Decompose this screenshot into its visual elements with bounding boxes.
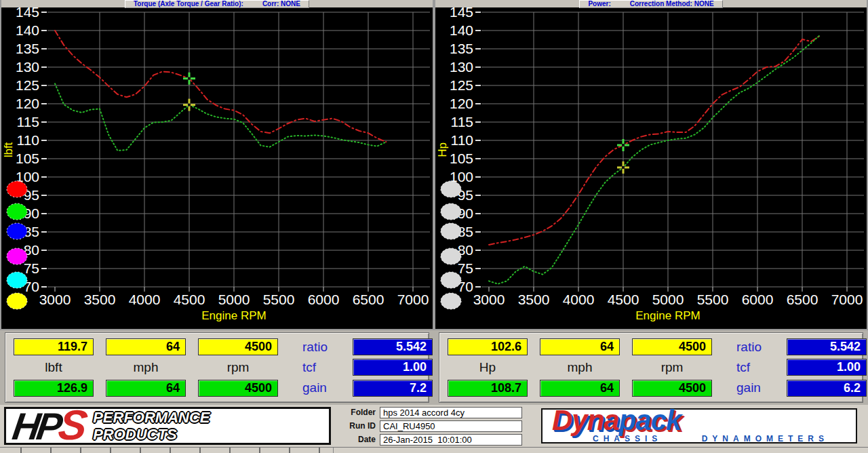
cursor-marker-green-center <box>622 144 625 146</box>
torque-chart-header: Torque (Axle Torque / Gear Ratio): Corr:… <box>1 0 433 7</box>
x-tick-label: 4000 <box>129 292 161 307</box>
run-select-button-3[interactable] <box>7 223 27 239</box>
y-tick-label: 145 <box>16 7 39 20</box>
power-chart-panel: Power: Correction Method: NONE 707580859… <box>434 0 868 330</box>
y-tick-label: 75 <box>24 260 39 276</box>
torque-data-panel: 119.7 64 4500 ratio 5.542 lbft mph rpm t… <box>5 332 429 403</box>
torque-cursor-value: 119.7 <box>14 338 94 355</box>
y-tick-label: 135 <box>450 41 473 56</box>
run-id-input[interactable] <box>380 420 522 432</box>
run-select-button-4[interactable] <box>441 248 461 264</box>
power-run-mph: 64 <box>540 380 620 397</box>
tcf-label: tcf <box>302 360 340 375</box>
x-tick-label: 6000 <box>742 292 774 307</box>
y-axis-label: Hp <box>436 142 449 157</box>
x-tick-label: 4500 <box>174 292 205 307</box>
power-cursor-rpm: 4500 <box>632 338 712 355</box>
hps-products-text: PRODUCTS <box>93 426 210 443</box>
run-select-button-3[interactable] <box>441 223 461 239</box>
y-tick-label: 120 <box>450 96 473 111</box>
power-plot[interactable]: 7075808590951001051101151201251301351401… <box>435 7 867 330</box>
y-tick-label: 120 <box>16 96 39 111</box>
power-run-value: 108.7 <box>448 380 528 397</box>
rpm-unit-label: rpm <box>198 360 278 375</box>
ratio-value: 5.542 <box>787 338 867 355</box>
power-run-rpm: 4500 <box>632 380 712 397</box>
y-tick-label: 130 <box>450 59 473 75</box>
date-label: Date <box>338 435 376 444</box>
dynapack-logo: Dynapack CHASSIS DYNAMOMETERS <box>541 408 857 444</box>
torque-cursor-rpm: 4500 <box>198 338 278 355</box>
tcf-label: tcf <box>736 360 774 375</box>
y-tick-label: 130 <box>16 59 39 75</box>
ratio-label: ratio <box>736 340 774 355</box>
y-tick-label: 105 <box>16 151 39 166</box>
ratio-label: ratio <box>302 340 340 355</box>
x-tick-label: 4000 <box>563 292 595 307</box>
y-tick-label: 125 <box>16 77 39 93</box>
torque-run-value: 126.9 <box>14 380 94 397</box>
y-tick-label: 115 <box>17 114 39 130</box>
tcf-value: 1.00 <box>353 359 433 376</box>
x-axis-label: Engine RPM <box>201 309 266 322</box>
hps-logo-letters: HPS <box>10 409 85 443</box>
dynapack-dyna-text: Dyna <box>552 404 619 436</box>
run-select-button-2[interactable] <box>441 203 461 220</box>
y-tick-label: 140 <box>16 22 39 38</box>
chart-row: Torque (Axle Torque / Gear Ratio): Corr:… <box>0 0 868 330</box>
cursor-marker-yellow-center <box>188 104 191 106</box>
x-tick-label: 3000 <box>39 292 71 307</box>
gain-value: 6.2 <box>787 380 867 397</box>
date-input[interactable] <box>380 434 522 446</box>
torque-plot[interactable]: 7075808590951001051101151201251301351401… <box>1 7 433 330</box>
x-tick-label: 3500 <box>518 292 550 307</box>
folder-label: Folder <box>338 408 376 417</box>
torque-run-rpm: 4500 <box>198 380 278 397</box>
x-tick-label: 5500 <box>263 292 295 307</box>
mph-unit-label: mph <box>540 360 620 375</box>
run-select-button-1[interactable] <box>441 181 461 197</box>
x-tick-label: 6500 <box>353 292 384 307</box>
torque-cursor-mph: 64 <box>106 338 186 355</box>
y-tick-label: 110 <box>17 132 39 148</box>
power-chart-header: Power: Correction Method: NONE <box>435 0 867 7</box>
power-header-box: Power: Correction Method: NONE <box>579 0 722 8</box>
torque-header-box: Torque (Axle Torque / Gear Ratio): Corr:… <box>125 0 309 8</box>
folder-field-row: Folder <box>338 407 534 418</box>
hps-hp-letters: HP <box>10 405 62 448</box>
x-tick-label: 5000 <box>218 292 250 307</box>
y-axis-label: lbft <box>2 142 15 157</box>
dynapack-chassis-text: CHASSIS <box>593 434 662 444</box>
y-tick-label: 75 <box>458 260 473 276</box>
x-tick-label: 6000 <box>308 292 340 307</box>
run-id-label: Run ID <box>338 421 376 431</box>
run-select-button-5[interactable] <box>7 272 27 288</box>
power-title: Power: <box>588 1 610 7</box>
run-info-fields: Folder Run ID Date <box>338 407 534 446</box>
run-select-button-2[interactable] <box>7 203 27 220</box>
ratio-value: 5.542 <box>353 338 433 355</box>
dynapack-wordmark: Dynapack <box>552 408 846 433</box>
folder-input[interactable] <box>380 407 522 418</box>
run-select-button-5[interactable] <box>441 272 461 288</box>
x-tick-label: 5000 <box>652 292 684 307</box>
x-tick-label: 7000 <box>831 292 863 307</box>
power-correction-label: Correction Method: NONE <box>630 1 714 7</box>
run-select-button-6[interactable] <box>7 293 27 309</box>
run-select-button-4[interactable] <box>7 248 27 264</box>
x-tick-label: 6500 <box>787 292 818 307</box>
x-tick-label: 3000 <box>473 292 505 307</box>
torque-title: Torque (Axle Torque / Gear Ratio): <box>134 1 243 7</box>
hps-performance-text: PERFORMANCE <box>93 409 210 426</box>
dynapack-pack-text: pack <box>619 404 682 436</box>
power-unit-label: Hp <box>448 360 528 375</box>
run-select-button-6[interactable] <box>441 293 461 309</box>
torque-unit-label: lbft <box>14 360 94 375</box>
curve-baseline-run <box>489 35 820 284</box>
bottom-strip-marks <box>0 448 334 453</box>
hps-logo-words: PERFORMANCE PRODUCTS <box>93 409 210 443</box>
run-select-button-1[interactable] <box>7 181 27 197</box>
mph-unit-label: mph <box>106 360 186 375</box>
torque-chart-panel: Torque (Axle Torque / Gear Ratio): Corr:… <box>0 0 434 330</box>
y-tick-label: 105 <box>450 151 473 166</box>
